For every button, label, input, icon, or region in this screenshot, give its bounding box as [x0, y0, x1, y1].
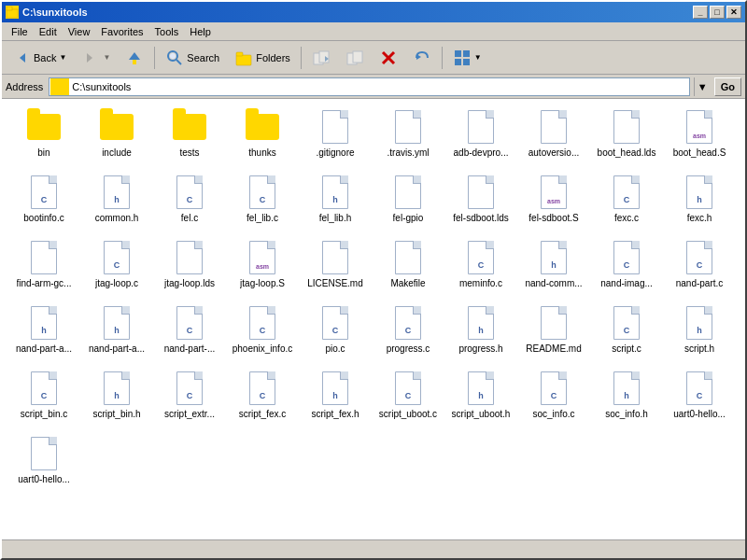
file-item[interactable]: jtag-loop.lds — [153, 235, 226, 301]
file-name: soc_info.h — [605, 409, 648, 420]
file-item[interactable]: LICENSE.md — [299, 235, 372, 301]
file-item[interactable]: autoversio... — [517, 105, 590, 170]
file-item[interactable]: asm boot_head.S — [663, 105, 736, 170]
svg-rect-1 — [7, 7, 12, 10]
doc-icon: h — [686, 175, 712, 209]
forward-button[interactable]: ▼ — [75, 45, 117, 71]
file-icon-wrap — [25, 435, 63, 472]
file-item[interactable]: tests — [153, 105, 226, 170]
file-item[interactable]: C phoenix_info.c — [226, 301, 299, 366]
search-button[interactable]: Search — [159, 45, 226, 71]
file-item[interactable]: C soc_info.c — [517, 366, 590, 431]
file-item[interactable]: h progress.h — [444, 301, 517, 366]
file-item[interactable]: C script_extr... — [153, 366, 226, 431]
maximize-button[interactable]: □ — [710, 6, 725, 19]
address-input[interactable] — [70, 81, 688, 92]
doc-icon — [541, 110, 567, 144]
back-icon — [12, 49, 31, 67]
file-item[interactable]: h nand-part-a... — [80, 301, 153, 366]
address-bar: Address ▼ Go — [2, 75, 745, 99]
file-badge: asm — [542, 198, 566, 204]
file-item[interactable]: Makefile — [372, 235, 444, 301]
minimize-button[interactable]: _ — [693, 6, 708, 19]
back-dropdown-arrow[interactable]: ▼ — [59, 53, 66, 62]
file-item[interactable]: asm jtag-loop.S — [226, 235, 299, 301]
doc-icon: h — [322, 175, 348, 209]
file-item[interactable]: thunks — [226, 105, 299, 170]
file-item[interactable]: C script.c — [590, 301, 663, 366]
doc-icon — [31, 241, 57, 274]
file-item[interactable]: asm fel-sdboot.S — [517, 170, 590, 235]
copy-button[interactable] — [339, 45, 371, 71]
view-button[interactable]: ▼ — [446, 45, 488, 71]
menu-file[interactable]: File — [6, 24, 34, 39]
file-item[interactable]: adb-devpro... — [444, 105, 517, 170]
file-item[interactable]: C jtag-loop.c — [80, 235, 153, 301]
file-item[interactable]: h script_uboot.h — [444, 366, 517, 431]
file-item[interactable]: h script_fex.h — [299, 366, 372, 431]
file-item[interactable]: h nand-part-a... — [7, 301, 80, 366]
file-item[interactable]: C fexc.c — [590, 170, 663, 235]
file-badge: C — [614, 260, 639, 270]
file-item[interactable]: h nand-comm... — [517, 235, 590, 301]
file-item[interactable]: C progress.c — [372, 301, 444, 366]
file-item[interactable]: uart0-hello... — [7, 431, 80, 497]
menu-view[interactable]: View — [63, 24, 96, 39]
file-icon-wrap: C — [25, 370, 63, 407]
file-item[interactable]: include — [80, 105, 153, 170]
back-button[interactable]: Back ▼ — [6, 45, 73, 71]
file-item[interactable]: .gitignore — [299, 105, 372, 170]
doc-icon: C — [249, 175, 275, 209]
file-item[interactable]: C fel_lib.c — [226, 170, 299, 235]
file-item[interactable]: C meminfo.c — [444, 235, 517, 301]
file-name: fexc.c — [614, 213, 639, 224]
menu-tools[interactable]: Tools — [149, 24, 185, 39]
file-item[interactable]: README.md — [517, 301, 590, 366]
file-item[interactable]: C script_uboot.c — [372, 366, 444, 431]
folders-button[interactable]: Folders — [228, 45, 297, 71]
file-item[interactable]: C nand-imag... — [590, 235, 663, 301]
file-item[interactable]: fel-gpio — [372, 170, 444, 235]
file-icon-wrap: C — [171, 304, 208, 342]
file-item[interactable]: C pio.c — [299, 301, 372, 366]
file-item[interactable]: h fexc.h — [663, 170, 736, 235]
file-item[interactable]: .travis.yml — [372, 105, 444, 170]
file-name: meminfo.c — [459, 278, 502, 289]
file-item[interactable]: h fel_lib.h — [299, 170, 372, 235]
file-item[interactable]: C uart0-hello... — [663, 366, 736, 431]
menu-help[interactable]: Help — [184, 24, 217, 39]
undo-button[interactable] — [406, 45, 438, 71]
address-dropdown[interactable]: ▼ — [694, 77, 711, 96]
file-item[interactable]: C bootinfo.c — [7, 170, 80, 235]
file-item[interactable]: C script_bin.c — [7, 366, 80, 431]
title-controls: _ □ ✕ — [693, 6, 741, 19]
file-badge: h — [105, 195, 129, 204]
file-name: script_fex.c — [239, 409, 287, 420]
file-item[interactable]: h soc_info.h — [590, 366, 663, 431]
file-item[interactable]: bin — [7, 105, 80, 170]
file-item[interactable]: h script_bin.h — [80, 366, 153, 431]
file-item[interactable]: h common.h — [80, 170, 153, 235]
close-button[interactable]: ✕ — [726, 6, 741, 19]
file-item[interactable]: C script_fex.c — [226, 366, 299, 431]
file-badge: C — [250, 391, 275, 400]
file-item[interactable]: C nand-part.c — [663, 235, 736, 301]
up-button[interactable] — [119, 45, 150, 71]
menu-edit[interactable]: Edit — [34, 24, 63, 39]
file-item[interactable]: C fel.c — [153, 170, 226, 235]
file-item[interactable]: C nand-part-... — [153, 301, 226, 366]
file-item[interactable]: h script.h — [663, 301, 736, 366]
file-name: thunks — [248, 147, 275, 159]
move-button[interactable] — [305, 45, 337, 71]
delete-button[interactable] — [373, 45, 404, 71]
forward-dropdown-arrow[interactable]: ▼ — [103, 53, 110, 62]
file-name: fel_lib.c — [247, 213, 278, 224]
file-icon-wrap — [317, 239, 354, 276]
go-button[interactable]: Go — [714, 77, 741, 96]
file-item[interactable]: find-arm-gc... — [7, 235, 80, 301]
menu-favorites[interactable]: Favorites — [95, 24, 148, 39]
view-dropdown-arrow[interactable]: ▼ — [474, 53, 482, 62]
file-item[interactable]: boot_head.lds — [590, 105, 663, 170]
file-icon-wrap: h — [462, 304, 500, 342]
file-item[interactable]: fel-sdboot.lds — [444, 170, 517, 235]
